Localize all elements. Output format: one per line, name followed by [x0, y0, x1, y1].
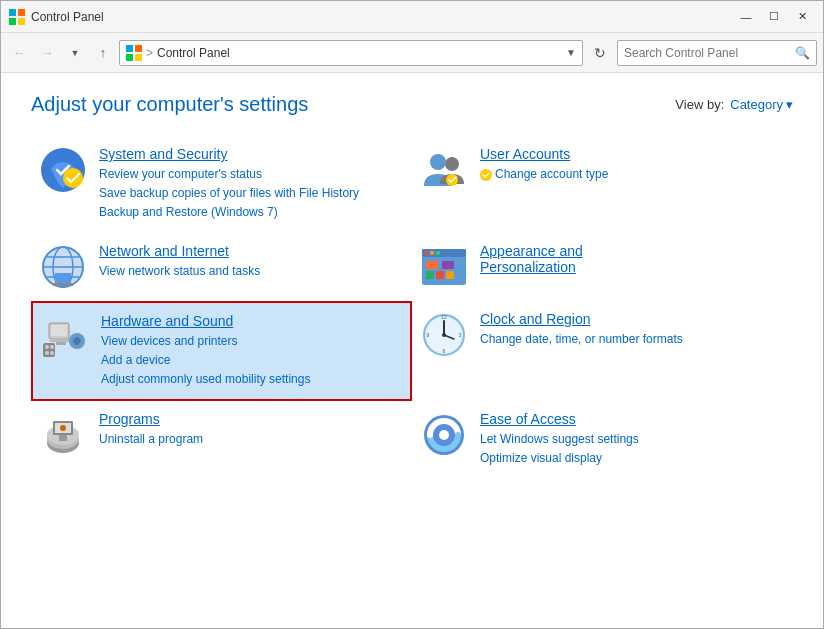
- category-network-internet[interactable]: Network and Internet View network status…: [31, 233, 412, 301]
- svg-rect-0: [9, 9, 16, 16]
- hardware-sound-icon: [41, 313, 89, 361]
- programs-title[interactable]: Programs: [99, 411, 203, 427]
- svg-rect-57: [59, 435, 67, 441]
- recent-locations-button[interactable]: ▼: [63, 41, 87, 65]
- path-icon: [126, 45, 142, 61]
- network-internet-icon: [39, 243, 87, 291]
- category-hardware-sound[interactable]: Hardware and Sound View devices and prin…: [31, 301, 412, 402]
- control-panel-window: Control Panel — ☐ ✕ ← → ▼ ↑ > Control Pa…: [0, 0, 824, 629]
- category-appearance[interactable]: Appearance andPersonalization: [412, 233, 793, 301]
- svg-rect-30: [436, 271, 444, 279]
- clock-region-icon: 12 3 6 9: [420, 311, 468, 359]
- svg-point-56: [60, 425, 66, 431]
- page-title: Adjust your computer's settings: [31, 93, 308, 116]
- view-by-dropdown[interactable]: Category ▾: [730, 97, 793, 112]
- clock-region-title[interactable]: Clock and Region: [480, 311, 683, 327]
- clock-region-link-1[interactable]: Change date, time, or number formats: [480, 330, 683, 349]
- user-accounts-link-1[interactable]: Change account type: [480, 165, 608, 187]
- category-system-security[interactable]: System and Security Review your computer…: [31, 136, 412, 233]
- appearance-icon: [420, 243, 468, 291]
- hardware-sound-content: Hardware and Sound View devices and prin…: [101, 313, 310, 390]
- svg-point-10: [430, 154, 446, 170]
- system-security-link-2[interactable]: Save backup copies of your files with Fi…: [99, 184, 359, 203]
- svg-text:6: 6: [443, 348, 446, 354]
- appearance-title[interactable]: Appearance andPersonalization: [480, 243, 583, 275]
- programs-icon: [39, 411, 87, 459]
- categories-grid: System and Security Review your computer…: [31, 136, 793, 479]
- svg-rect-7: [135, 54, 142, 61]
- svg-rect-21: [53, 283, 73, 286]
- title-bar: Control Panel — ☐ ✕: [1, 1, 823, 33]
- system-security-link-3[interactable]: Backup and Restore (Windows 7): [99, 203, 359, 222]
- svg-rect-33: [51, 325, 67, 336]
- refresh-button[interactable]: ↻: [587, 40, 613, 66]
- svg-rect-23: [422, 249, 466, 257]
- category-programs[interactable]: Programs Uninstall a program: [31, 401, 412, 478]
- system-security-content: System and Security Review your computer…: [99, 146, 359, 223]
- svg-point-40: [50, 345, 54, 349]
- ease-of-access-title[interactable]: Ease of Access: [480, 411, 639, 427]
- back-button[interactable]: ←: [7, 41, 31, 65]
- address-path-text: Control Panel: [157, 46, 230, 60]
- address-bar: ← → ▼ ↑ > Control Panel ▼ ↻ 🔍: [1, 33, 823, 73]
- window-controls: — ☐ ✕: [733, 7, 815, 27]
- system-security-title[interactable]: System and Security: [99, 146, 359, 162]
- svg-rect-5: [135, 45, 142, 52]
- ease-of-access-link-1[interactable]: Let Windows suggest settings: [480, 430, 639, 449]
- close-button[interactable]: ✕: [789, 7, 815, 27]
- main-content: Adjust your computer's settings View by:…: [1, 73, 823, 628]
- network-internet-title[interactable]: Network and Internet: [99, 243, 260, 259]
- search-icon[interactable]: 🔍: [795, 46, 810, 60]
- page-header: Adjust your computer's settings View by:…: [31, 93, 793, 116]
- svg-text:12: 12: [441, 314, 447, 320]
- svg-rect-6: [126, 54, 133, 61]
- ease-of-access-content: Ease of Access Let Windows suggest setti…: [480, 411, 639, 468]
- category-user-accounts[interactable]: User Accounts Change account type: [412, 136, 793, 233]
- search-input[interactable]: [624, 46, 795, 60]
- svg-rect-1: [18, 9, 25, 16]
- search-box[interactable]: 🔍: [617, 40, 817, 66]
- category-clock-region[interactable]: 12 3 6 9 Clock and Region Change date, t…: [412, 301, 793, 402]
- svg-rect-27: [426, 261, 438, 269]
- hardware-sound-link-2[interactable]: Add a device: [101, 351, 310, 370]
- svg-rect-3: [18, 18, 25, 25]
- appearance-content: Appearance andPersonalization: [480, 243, 583, 278]
- system-security-link-1[interactable]: Review your computer's status: [99, 165, 359, 184]
- view-by-label: View by:: [675, 97, 724, 112]
- network-internet-link-1[interactable]: View network status and tasks: [99, 262, 260, 281]
- hardware-sound-link-3[interactable]: Adjust commonly used mobility settings: [101, 370, 310, 389]
- ease-of-access-link-2[interactable]: Optimize visual display: [480, 449, 639, 468]
- svg-rect-37: [43, 343, 55, 357]
- path-dropdown-arrow[interactable]: ▼: [566, 47, 576, 58]
- svg-text:3: 3: [459, 332, 462, 338]
- svg-point-59: [439, 430, 449, 440]
- user-accounts-title[interactable]: User Accounts: [480, 146, 608, 162]
- svg-point-11: [445, 157, 459, 171]
- svg-text:9: 9: [427, 332, 430, 338]
- svg-rect-34: [50, 339, 72, 342]
- programs-content: Programs Uninstall a program: [99, 411, 203, 449]
- svg-rect-28: [442, 261, 454, 269]
- svg-rect-26: [436, 251, 440, 255]
- address-path[interactable]: > Control Panel ▼: [119, 40, 583, 66]
- up-button[interactable]: ↑: [91, 41, 115, 65]
- svg-rect-31: [446, 271, 454, 279]
- maximize-button[interactable]: ☐: [761, 7, 787, 27]
- svg-point-38: [45, 345, 49, 349]
- window-title: Control Panel: [31, 10, 733, 24]
- category-ease-of-access[interactable]: Ease of Access Let Windows suggest setti…: [412, 401, 793, 478]
- minimize-button[interactable]: —: [733, 7, 759, 27]
- svg-rect-25: [430, 251, 434, 255]
- clock-region-content: Clock and Region Change date, time, or n…: [480, 311, 683, 349]
- network-internet-content: Network and Internet View network status…: [99, 243, 260, 281]
- programs-link-1[interactable]: Uninstall a program: [99, 430, 203, 449]
- svg-point-39: [45, 351, 49, 355]
- svg-rect-2: [9, 18, 16, 25]
- hardware-sound-link-1[interactable]: View devices and printers: [101, 332, 310, 351]
- svg-rect-4: [126, 45, 133, 52]
- forward-button[interactable]: →: [35, 41, 59, 65]
- user-accounts-content: User Accounts Change account type: [480, 146, 608, 187]
- ease-of-access-icon: [420, 411, 468, 459]
- window-icon: [9, 9, 25, 25]
- hardware-sound-title[interactable]: Hardware and Sound: [101, 313, 310, 329]
